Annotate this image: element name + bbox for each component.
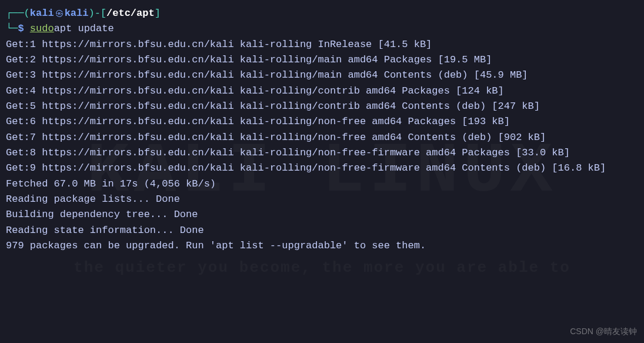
prompt-symbol: $ (18, 21, 24, 36)
output-line: 979 packages can be upgraded. Run 'apt l… (6, 238, 638, 254)
output-line: Get:1 https://mirrors.bfsu.edu.cn/kali k… (6, 37, 638, 52)
command-text: apt update (54, 21, 114, 36)
output-line: Get:8 https://mirrors.bfsu.edu.cn/kali k… (6, 145, 638, 161)
output-line: Get:3 https://mirrors.bfsu.edu.cn/kali k… (6, 68, 638, 83)
terminal-output[interactable]: ┌── ( kali ㉿ kali ) - [ /etc/apt ] └─ $ … (6, 6, 638, 254)
bracket-close: ] (155, 6, 161, 21)
output-line: Get:6 https://mirrors.bfsu.edu.cn/kali k… (6, 114, 638, 129)
paren-close: ) (88, 6, 94, 21)
command-sudo: sudo (30, 21, 54, 36)
prompt-cwd: /etc/apt (106, 6, 155, 21)
box-drawing-bottom: └─ (6, 21, 18, 36)
output-line: Get:5 https://mirrors.bfsu.edu.cn/kali k… (6, 99, 638, 114)
output-line: Get:2 https://mirrors.bfsu.edu.cn/kali k… (6, 52, 638, 68)
output-line: Get:9 https://mirrors.bfsu.edu.cn/kali k… (6, 161, 638, 176)
skull-icon: ㉿ (54, 8, 65, 21)
output-line: Get:4 https://mirrors.bfsu.edu.cn/kali k… (6, 84, 638, 99)
output-line: Get:7 https://mirrors.bfsu.edu.cn/kali k… (6, 130, 638, 145)
bracket-open: [ (101, 6, 106, 21)
csdn-watermark: CSDN @晴友读钟 (570, 325, 637, 338)
prompt-line-2: └─ $ sudo apt update (6, 21, 638, 36)
background-tagline: the quieter you become, the more you are… (74, 256, 570, 279)
prompt-line-1: ┌── ( kali ㉿ kali ) - [ /etc/apt ] (6, 6, 638, 21)
output-line: Fetched 67.0 MB in 17s (4,056 kB/s) (6, 177, 638, 192)
output-line: Reading package lists... Done (6, 192, 638, 207)
box-drawing-top: ┌── (6, 6, 24, 21)
prompt-user: kali (30, 6, 54, 21)
prompt-host: kali (65, 6, 89, 21)
prompt-dash: - (95, 6, 101, 21)
output-line: Reading state information... Done (6, 223, 638, 238)
paren-open: ( (24, 6, 30, 21)
output-line: Building dependency tree... Done (6, 207, 638, 222)
